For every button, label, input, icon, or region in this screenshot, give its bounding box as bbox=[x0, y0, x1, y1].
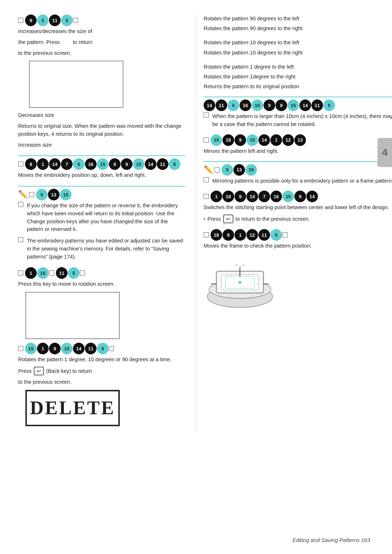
cb5 bbox=[18, 202, 23, 207]
press-return-line: • Press ↩ to return to the previous scre… bbox=[204, 215, 392, 223]
mk-5: 5 bbox=[73, 158, 85, 170]
cb-n2b bbox=[204, 177, 209, 182]
mk2-13: 13 bbox=[294, 134, 306, 146]
fk-12: 12 bbox=[246, 229, 258, 241]
rot90left-text: Rotates the pattern 90 degrees to the le… bbox=[204, 15, 392, 23]
mk-15: 15 bbox=[97, 158, 109, 170]
mirror-section: 15 18 9 15 14 1 12 13 Mirrors the patter… bbox=[204, 134, 392, 155]
rotation-section: 1 15 11 5 Press this key to move to rota… bbox=[18, 267, 185, 426]
rk2-14: 14 bbox=[73, 343, 85, 354]
mk2-15b: 15 bbox=[246, 134, 258, 146]
cb11 bbox=[109, 346, 114, 351]
rk2-5: 5 bbox=[97, 343, 109, 354]
rotation-keys-1: 1 15 11 5 bbox=[18, 267, 185, 279]
teal-divider-r1 bbox=[204, 97, 392, 97]
footer-text: Editing and Saving Patterns 163 bbox=[293, 537, 370, 543]
wk-11: 11 bbox=[216, 99, 227, 111]
wk-5: 5 bbox=[228, 99, 239, 111]
rot1-section: Rotates the pattern 1 degree to the left… bbox=[204, 63, 392, 91]
sk-9: 9 bbox=[234, 191, 246, 202]
fk-1: 1 bbox=[234, 229, 246, 241]
right-column: Rotates the pattern 90 degrees to the le… bbox=[196, 15, 392, 433]
mk-5b: 5 bbox=[169, 158, 180, 170]
mk-9b: 9 bbox=[121, 158, 132, 170]
rot10-section: Rotates the pattern 10 degrees to the le… bbox=[204, 38, 392, 57]
wk-15: 15 bbox=[252, 99, 263, 111]
chapter-number: 4 bbox=[382, 147, 388, 158]
wk-9b: 9 bbox=[275, 99, 287, 111]
n2k-5: 5 bbox=[221, 164, 233, 176]
move-keys: 8 1 14 7 5 16 15 9 9 15 14 11 5 bbox=[18, 158, 185, 170]
cb-m bbox=[204, 138, 209, 143]
cb-n2 bbox=[215, 167, 220, 172]
rk2-9: 9 bbox=[49, 343, 61, 354]
frame-text: Moves the frame to check the pattern pos… bbox=[204, 242, 392, 250]
nk-15: 15 bbox=[60, 189, 72, 200]
mk2-14: 14 bbox=[258, 134, 270, 146]
size-keys: 9 5 11 5 bbox=[18, 15, 185, 26]
rk2-15: 15 bbox=[25, 343, 37, 354]
fk-9: 9 bbox=[222, 229, 234, 241]
press-back3: to the previous screen. bbox=[18, 378, 185, 386]
mk-11: 11 bbox=[157, 158, 168, 170]
warning-keys: 14 11 5 16 15 9 9 15 14 11 5 bbox=[204, 99, 392, 111]
sk-14: 14 bbox=[246, 191, 258, 202]
wk-5b: 5 bbox=[323, 99, 335, 111]
mk-7: 7 bbox=[61, 158, 73, 170]
nk-5: 5 bbox=[36, 189, 48, 200]
svg-point-6 bbox=[238, 281, 241, 284]
wk-11b: 11 bbox=[311, 99, 323, 111]
sk-16: 16 bbox=[270, 191, 282, 202]
n2k-13: 13 bbox=[233, 164, 245, 176]
sk-7: 7 bbox=[258, 191, 270, 202]
sk-14b: 14 bbox=[306, 191, 318, 202]
rk-15: 15 bbox=[37, 267, 49, 279]
rk2-11: 11 bbox=[85, 343, 97, 354]
cb-w bbox=[204, 113, 209, 118]
bullet-text-2: The embroidery patterns you have edited … bbox=[27, 237, 185, 261]
rot1right-text: Rotates the pattern 1degree to the right bbox=[204, 73, 392, 81]
return-button-icon: ↩ bbox=[223, 215, 233, 223]
move-section: 8 1 14 7 5 16 15 9 9 15 14 11 5 Moves th… bbox=[18, 155, 185, 179]
rot90-section: Rotates the pattern 90 degrees to the le… bbox=[204, 15, 392, 33]
rot-orig-text: Returns the pattern to its original posi… bbox=[204, 82, 392, 91]
bullet-1: If you change the size of the pattern or… bbox=[18, 202, 185, 233]
checkbox2 bbox=[73, 18, 78, 23]
mk-1: 1 bbox=[37, 158, 49, 170]
cb10 bbox=[18, 346, 23, 351]
back-button-icon: ↩ bbox=[34, 367, 44, 375]
mk2-15: 15 bbox=[211, 134, 222, 146]
machine-illustration bbox=[204, 253, 276, 311]
mk-14b: 14 bbox=[145, 158, 156, 170]
mk-14: 14 bbox=[49, 158, 61, 170]
rot1left-text: Rotates the pattern 1 degree to the left bbox=[204, 63, 392, 71]
rot10left-text: Rotates the pattern 10 degrees to the le… bbox=[204, 38, 392, 47]
sk-1: 1 bbox=[211, 191, 222, 202]
teal-divider-r2 bbox=[204, 161, 392, 162]
note-keys-1: ✏️ 5 13 15 bbox=[18, 189, 185, 200]
move-text: Moves the embroidery position up, down, … bbox=[18, 171, 185, 179]
delete-label: DELETE bbox=[30, 397, 115, 419]
stitch-keys: 1 18 9 14 7 16 15 9 14 bbox=[204, 191, 392, 202]
size-text1: Increases/decreases the size of bbox=[18, 28, 185, 36]
mk-16: 16 bbox=[85, 158, 97, 170]
mirror-text: Mirrors the pattern left and right. bbox=[204, 147, 392, 155]
increases-label: Increases size bbox=[18, 141, 185, 149]
mk-15b: 15 bbox=[133, 158, 144, 170]
rk-5: 5 bbox=[68, 267, 79, 279]
rot10right-text: Rotates the pattern 10 degrees to the ri… bbox=[204, 49, 392, 57]
main-content: 9 5 11 5 Increases/decreases the size of… bbox=[18, 15, 374, 433]
teal-divider-2 bbox=[18, 186, 185, 187]
size-text3: to the previous screen. bbox=[18, 49, 185, 57]
cb6 bbox=[18, 237, 23, 242]
rotate-text2: Rotates the pattern 1 degree, 10 degrees… bbox=[18, 356, 185, 364]
decrease-label: Decreases size bbox=[18, 111, 185, 119]
sk-18: 18 bbox=[222, 191, 234, 202]
wk-16: 16 bbox=[240, 99, 251, 111]
rk-11: 11 bbox=[56, 267, 68, 279]
wk-9: 9 bbox=[264, 99, 275, 111]
mk2-9: 9 bbox=[234, 134, 246, 146]
cb-f2 bbox=[282, 232, 287, 237]
delete-box: DELETE bbox=[25, 390, 120, 426]
note2-bullet: Mirroring patterns is possible only for … bbox=[204, 177, 392, 185]
